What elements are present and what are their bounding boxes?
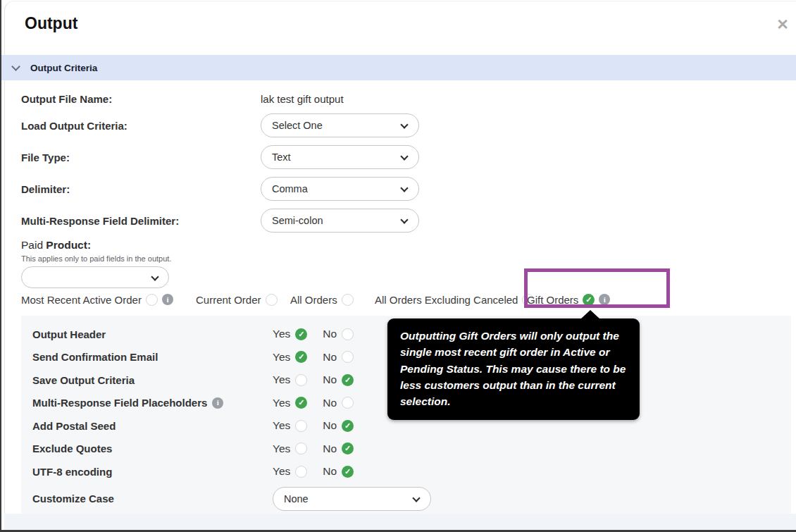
yes-radio[interactable] [295,351,307,363]
chevron-down-icon [151,273,158,280]
info-icon[interactable] [162,294,173,305]
yes-radio[interactable] [295,374,307,386]
customize-case-label: Customize Case [32,493,273,505]
option-all-orders: All Orders [290,290,358,309]
no-label: No [323,443,337,455]
file-type-label: File Type: [21,151,261,163]
multi-response-delimiter-label: Multi-Response Field Delimiter: [21,215,261,227]
customize-case-select[interactable]: None [273,487,431,511]
no-radio[interactable] [342,351,354,363]
chevron-down-icon [400,120,408,128]
toggle-label: Send Confirmation Email [32,351,158,363]
row-customize-case: Customize Case None [32,487,791,511]
option-label: Most Recent Active Order [21,294,142,306]
yes-label: Yes [273,397,290,409]
option-label: All Orders Excluding Canceled [375,294,518,306]
yes-radio[interactable] [295,466,307,478]
yes-label: Yes [273,351,290,364]
chevron-down-icon [412,494,420,502]
yes-label: Yes [273,373,290,386]
option-label: Gift Orders [527,294,578,306]
yes-radio[interactable] [295,397,307,409]
file-type-select[interactable]: Text [261,145,419,169]
row-output-file-name: Output File Name: lak test gift output [21,90,344,107]
tooltip-caret [580,310,600,319]
yes-label: Yes [273,465,290,478]
option-most-recent-active-order: Most Recent Active Order [21,290,178,309]
chevron-down-icon [400,152,408,160]
yes-radio[interactable] [295,420,307,432]
yes-label: Yes [273,443,290,455]
file-type-value: Text [272,151,291,163]
yes-radio[interactable] [295,328,307,340]
radio-all-orders[interactable] [342,294,354,306]
toggle-row-utf8-encoding: UTF-8 encoding Yes No [32,460,791,483]
yes-label: Yes [273,328,290,340]
option-current-order: Current Order [196,290,282,309]
no-radio[interactable] [342,466,354,478]
close-icon[interactable]: ✕ [773,16,792,34]
option-gift-orders: Gift Orders [527,290,614,309]
paid-product-label-normal: Paid [21,239,43,251]
toggle-label: Exclude Quotes [32,443,112,454]
paid-product-label-bold: Product: [46,239,91,251]
radio-most-recent-active-order[interactable] [146,294,158,306]
output-file-name-label: Output File Name: [21,93,261,105]
no-radio[interactable] [342,328,354,340]
option-label: All Orders [290,294,337,306]
yes-radio[interactable] [295,443,307,454]
section-title: Output Criteria [30,63,97,73]
option-all-orders-excluding-canceled: All Orders Excluding Canceled [375,290,538,309]
radio-current-order[interactable] [266,294,278,306]
section-output-criteria[interactable]: Output Criteria [1,55,796,80]
no-label: No [323,419,337,432]
chevron-down-icon [11,62,20,71]
delimiter-label: Delimiter: [21,183,261,195]
gift-orders-tooltip: Outputting Gift Orders will only output … [387,318,640,420]
toggle-row-exclude-quotes: Exclude Quotes Yes No [32,438,791,461]
multi-response-delimiter-select[interactable]: Semi-colon [261,209,419,233]
page-title: Output [25,14,77,33]
output-file-name-value: lak test gift output [261,93,344,105]
paid-product-select[interactable] [21,266,169,288]
multi-response-delimiter-value: Semi-colon [272,215,323,226]
no-label: No [323,373,337,386]
info-icon[interactable] [599,294,610,305]
no-label: No [323,397,337,409]
load-output-criteria-select[interactable]: Select One [261,113,419,137]
row-load-output-criteria: Load Output Criteria: Select One [21,113,419,137]
yes-label: Yes [273,419,290,432]
modal-footer-strip [4,514,796,530]
chevron-down-icon [400,216,408,223]
toggle-label: UTF-8 encoding [32,466,112,478]
delimiter-select[interactable]: Comma [261,177,419,201]
row-multi-response-delimiter: Multi-Response Field Delimiter: Semi-col… [21,209,419,233]
no-radio[interactable] [342,420,354,432]
no-label: No [323,328,337,340]
no-radio[interactable] [342,374,354,386]
no-label: No [323,351,337,364]
load-output-criteria-value: Select One [272,120,323,131]
radio-gift-orders-selected[interactable] [583,294,595,306]
screenshot-left-border [0,0,1,532]
toggle-label: Add Postal Seed [32,420,116,432]
no-radio[interactable] [342,397,354,409]
row-delimiter: Delimiter: Comma [21,177,419,201]
toggle-label: Output Header [32,328,106,340]
option-label: Current Order [196,294,261,306]
chevron-down-icon [400,184,408,192]
row-file-type: File Type: Text [21,145,419,169]
toggle-label: Save Output Criteria [32,374,135,386]
delimiter-value: Comma [272,183,308,194]
load-output-criteria-label: Load Output Criteria: [21,120,261,132]
paid-product-helper-text: This applies only to paid fields in the … [21,254,171,263]
toggle-label: Multi-Response Field Placeholders [32,397,207,409]
info-icon[interactable] [212,397,223,409]
customize-case-value: None [284,493,309,505]
no-label: No [323,465,337,478]
no-radio[interactable] [342,443,354,454]
order-scope-options: Most Recent Active Order Current Order A… [0,290,796,309]
paid-product-label: Paid Product: [21,239,91,252]
